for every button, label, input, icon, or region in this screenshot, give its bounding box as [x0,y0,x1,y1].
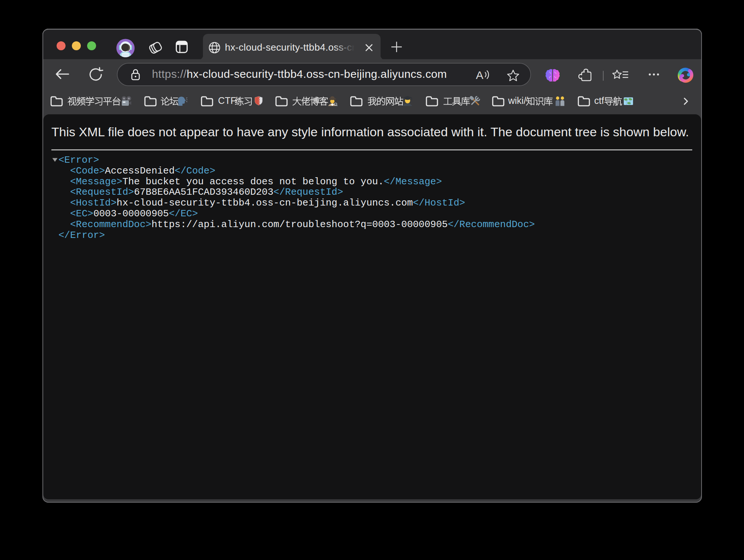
svg-text:A: A [476,69,483,81]
